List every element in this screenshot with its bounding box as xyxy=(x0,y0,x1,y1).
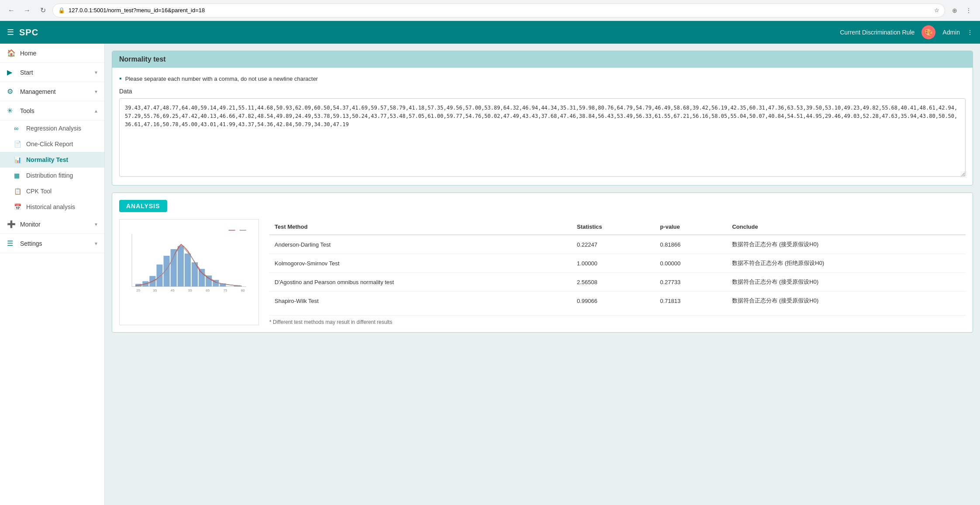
col-header-method: Test Method xyxy=(269,219,571,235)
sidebar-item-start[interactable]: ▶ Start ▾ xyxy=(0,63,104,82)
table-row: Shapiro-Wilk Test0.990660.71813数据符合正态分布 … xyxy=(269,292,966,310)
one-click-icon: 📄 xyxy=(14,141,22,148)
cell-conclude-0: 数据符合正态分布 (接受原假设H0) xyxy=(727,235,966,254)
histogram-chart: 25 35 45 55 65 75 80 xyxy=(119,219,259,325)
sidebar-item-management[interactable]: ⚙ Management ▾ xyxy=(0,82,104,101)
results-table-container: Test Method Statistics p-value Conclude … xyxy=(269,219,966,325)
bookmark-icon[interactable]: ☆ xyxy=(934,7,939,14)
sidebar: 🏠 Home ▶ Start ▾ ⚙ Management ▾ ✳ Tools … xyxy=(0,44,105,505)
home-icon: 🏠 xyxy=(7,49,16,57)
sidebar-label-management: Management xyxy=(20,88,90,95)
sidebar-item-historical[interactable]: 📅 Historical analysis xyxy=(0,199,104,215)
cell-statistics-0: 0.22247 xyxy=(571,235,654,254)
x-label-7: 80 xyxy=(241,289,245,292)
main-container: 🏠 Home ▶ Start ▾ ⚙ Management ▾ ✳ Tools … xyxy=(0,44,980,505)
tools-chevron: ▴ xyxy=(95,108,97,114)
cpk-icon: 📋 xyxy=(14,188,22,195)
x-label-5: 65 xyxy=(206,289,210,292)
analysis-content: 25 35 45 55 65 75 80 xyxy=(119,219,966,325)
sidebar-label-one-click: One-Click Report xyxy=(26,141,73,148)
sidebar-item-distribution[interactable]: ▦ Distribution fitting xyxy=(0,168,104,183)
table-header-row: Test Method Statistics p-value Conclude xyxy=(269,219,966,235)
bar-6 xyxy=(171,249,177,287)
results-table: Test Method Statistics p-value Conclude … xyxy=(269,219,966,310)
cell-statistics-2: 2.56508 xyxy=(571,273,654,292)
x-label-2: 35 xyxy=(153,289,157,292)
sidebar-item-monitor[interactable]: ➕ Monitor ▾ xyxy=(0,215,104,234)
sidebar-label-regression: Regression Analysis xyxy=(26,125,81,132)
sidebar-label-settings: Settings xyxy=(20,240,90,247)
sidebar-item-regression[interactable]: ∞ Regression Analysis xyxy=(0,120,104,136)
sidebar-item-cpk[interactable]: 📋 CPK Tool xyxy=(0,183,104,199)
start-icon: ▶ xyxy=(7,68,16,76)
cell-method-3: Shapiro-Wilk Test xyxy=(269,292,571,310)
app: ☰ SPC Current Discrimination Rule 🎨 Admi… xyxy=(0,21,980,505)
cell-pvalue-1: 0.00000 xyxy=(655,254,727,273)
sidebar-label-historical: Historical analysis xyxy=(26,203,75,210)
sidebar-label-tools: Tools xyxy=(20,107,90,114)
regression-icon: ∞ xyxy=(14,125,22,132)
management-chevron: ▾ xyxy=(95,89,97,95)
sidebar-item-normality[interactable]: 📊 Normality Test xyxy=(0,152,104,168)
cell-statistics-3: 0.99066 xyxy=(571,292,654,310)
cell-method-1: Kolmogorov-Smirnov Test xyxy=(269,254,571,273)
sidebar-label-distribution: Distribution fitting xyxy=(26,172,73,179)
table-body: Anderson-Darling Test0.222470.81866数据符合正… xyxy=(269,235,966,310)
cell-conclude-2: 数据符合正态分布 (接受原假设H0) xyxy=(727,273,966,292)
back-button[interactable]: ← xyxy=(5,4,17,17)
analysis-section: ANALYSIS 25 xyxy=(112,192,973,333)
table-row: Anderson-Darling Test0.222470.81866数据符合正… xyxy=(269,235,966,254)
avatar: 🎨 xyxy=(922,25,935,39)
monitor-chevron: ▾ xyxy=(95,221,97,227)
extensions-button[interactable]: ⊕ xyxy=(949,4,961,17)
sidebar-item-settings[interactable]: ☰ Settings ▾ xyxy=(0,234,104,253)
discrimination-rule-link[interactable]: Current Discrimination Rule xyxy=(840,29,915,36)
nav-right: Current Discrimination Rule 🎨 Admin ⋮ xyxy=(840,25,973,39)
bar-7 xyxy=(178,246,184,287)
bar-8 xyxy=(185,254,191,287)
browser-toolbar: ⊕ ⋮ xyxy=(949,4,975,17)
data-input[interactable] xyxy=(119,98,966,177)
x-label-1: 25 xyxy=(136,289,140,292)
distribution-icon: ▦ xyxy=(14,172,22,179)
col-header-pvalue: p-value xyxy=(655,219,727,235)
table-row: D'Agostino and Pearson omnibus normality… xyxy=(269,273,966,292)
x-label-3: 45 xyxy=(171,289,175,292)
nav-left: ☰ SPC xyxy=(7,27,38,38)
col-header-statistics: Statistics xyxy=(571,219,654,235)
sidebar-label-home: Home xyxy=(20,50,97,57)
instruction-text: ▪ Please separate each number with a com… xyxy=(119,75,966,82)
content-area: Normality test ▪ Please separate each nu… xyxy=(105,44,980,505)
x-label-6: 75 xyxy=(224,289,227,292)
bar-5 xyxy=(164,256,170,286)
app-title: SPC xyxy=(19,27,38,38)
normality-panel: Normality test ▪ Please separate each nu… xyxy=(112,51,973,186)
cell-pvalue-3: 0.71813 xyxy=(655,292,727,310)
panel-body: ▪ Please separate each number with a com… xyxy=(112,68,973,185)
hamburger-icon[interactable]: ☰ xyxy=(7,27,14,37)
reload-button[interactable]: ↻ xyxy=(37,4,49,17)
sidebar-item-home[interactable]: 🏠 Home xyxy=(0,44,104,63)
management-icon: ⚙ xyxy=(7,87,16,96)
menu-button[interactable]: ⋮ xyxy=(963,4,975,17)
user-menu-icon[interactable]: ⋮ xyxy=(967,29,973,36)
bullet-icon: ▪ xyxy=(119,75,122,82)
tools-icon: ✳ xyxy=(7,106,16,115)
sidebar-label-monitor: Monitor xyxy=(20,221,90,228)
instruction-label: Please separate each number with a comma… xyxy=(125,76,318,82)
x-label-4: 55 xyxy=(188,289,192,292)
sidebar-item-tools[interactable]: ✳ Tools ▴ xyxy=(0,101,104,120)
sidebar-item-one-click[interactable]: 📄 One-Click Report xyxy=(0,136,104,152)
historical-icon: 📅 xyxy=(14,203,22,210)
start-chevron: ▾ xyxy=(95,69,97,76)
forward-button[interactable]: → xyxy=(21,4,33,17)
footnote-text: * Different test methods may result in d… xyxy=(269,315,966,325)
cell-method-2: D'Agostino and Pearson omnibus normality… xyxy=(269,273,571,292)
lock-icon: 🔒 xyxy=(58,7,65,14)
top-navbar: ☰ SPC Current Discrimination Rule 🎨 Admi… xyxy=(0,21,980,44)
address-bar: 🔒 ☆ xyxy=(52,3,945,17)
settings-chevron: ▾ xyxy=(95,240,97,247)
url-input[interactable] xyxy=(69,7,931,14)
sidebar-label-cpk: CPK Tool xyxy=(26,188,52,195)
normality-icon: 📊 xyxy=(14,156,22,163)
